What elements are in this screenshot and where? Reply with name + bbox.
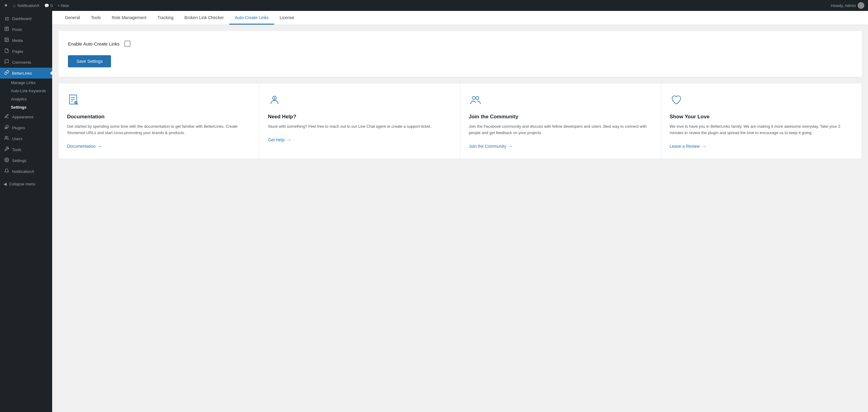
tab-broken-link-checker[interactable]: Broken Link Checker bbox=[179, 11, 229, 25]
tab-auto-create-links[interactable]: Auto-Create Links bbox=[229, 11, 274, 25]
help-title: Need Help? bbox=[268, 114, 451, 120]
doc-title: Documentation bbox=[67, 114, 250, 120]
home-icon: ⌂ bbox=[13, 3, 16, 8]
love-link[interactable]: Leave a Review → bbox=[670, 144, 853, 149]
community-title: Join the Community bbox=[469, 114, 652, 120]
doc-link-label: Documentation bbox=[67, 144, 96, 149]
submenu-analytics[interactable]: Analytics bbox=[0, 95, 52, 103]
main-content: General Tools Role Management Tracking B… bbox=[52, 11, 868, 412]
site-name[interactable]: ⌂ NotificationX bbox=[13, 3, 39, 8]
love-desc: We love to have you in BetterLinks famil… bbox=[670, 123, 853, 136]
help-arrow-icon: → bbox=[287, 137, 291, 143]
svg-point-9 bbox=[6, 159, 7, 160]
pages-icon bbox=[4, 48, 10, 54]
submenu-auto-link-keywords[interactable]: Auto-Link Keywords bbox=[0, 87, 52, 95]
community-desc: Join the Facebook community and discuss … bbox=[469, 123, 652, 136]
admin-sidebar: ⊟ Dashboard Posts Media Pages Comments bbox=[0, 11, 52, 412]
sidebar-label-appearance: Appearance bbox=[12, 115, 33, 119]
sidebar-item-settings[interactable]: Settings bbox=[0, 155, 52, 166]
help-desc: Stuck with something? Feel free to reach… bbox=[268, 123, 451, 130]
sidebar-label-users: Users bbox=[12, 137, 23, 141]
tab-tracking[interactable]: Tracking bbox=[152, 11, 179, 25]
howdy-text: Howdy, Admin bbox=[831, 3, 856, 8]
save-settings-button[interactable]: Save Settings bbox=[68, 55, 111, 67]
sidebar-item-pages[interactable]: Pages bbox=[0, 46, 52, 57]
sidebar-label-media: Media bbox=[12, 38, 23, 43]
card-documentation: Documentation Get started by spending so… bbox=[58, 83, 259, 159]
community-arrow-icon: → bbox=[508, 144, 513, 149]
info-cards-row: Documentation Get started by spending so… bbox=[58, 83, 862, 159]
comments-link[interactable]: 💬 0 bbox=[44, 3, 53, 8]
betterlinks-submenu: Manage Links Auto-Link Keywords Analytic… bbox=[0, 79, 52, 111]
submenu-settings[interactable]: Settings bbox=[0, 103, 52, 111]
sidebar-label-dashboard: Dashboard bbox=[12, 17, 32, 21]
love-arrow-icon: → bbox=[702, 144, 706, 149]
heart-icon bbox=[670, 93, 853, 108]
sidebar-item-tools[interactable]: Tools bbox=[0, 144, 52, 155]
comments-count: 0 bbox=[50, 3, 53, 8]
collapse-icon: ◀ bbox=[4, 182, 7, 186]
new-content-link[interactable]: + New bbox=[58, 3, 69, 8]
sidebar-label-pages: Pages bbox=[12, 49, 23, 54]
sidebar-item-users[interactable]: Users bbox=[0, 133, 52, 144]
enable-auto-create-checkbox[interactable] bbox=[124, 41, 130, 47]
dashboard-icon: ⊟ bbox=[4, 16, 10, 22]
collapse-label: Collapse menu bbox=[9, 182, 35, 186]
appearance-icon bbox=[4, 114, 10, 120]
sidebar-item-plugins[interactable]: Plugins bbox=[0, 122, 52, 133]
sidebar-label-comments: Comments bbox=[12, 60, 31, 65]
support-icon bbox=[268, 93, 451, 108]
svg-point-16 bbox=[274, 97, 275, 98]
sidebar-item-posts[interactable]: Posts bbox=[0, 24, 52, 35]
sidebar-item-dashboard[interactable]: ⊟ Dashboard bbox=[0, 13, 52, 24]
doc-icon bbox=[67, 93, 250, 108]
user-greeting: Howdy, Admin bbox=[831, 2, 864, 9]
card-show-love: Show Your Love We love to have you in Be… bbox=[661, 83, 862, 159]
users-icon bbox=[4, 136, 10, 142]
svg-point-18 bbox=[476, 96, 479, 99]
tab-role-management[interactable]: Role Management bbox=[106, 11, 152, 25]
love-link-label: Leave a Review bbox=[670, 144, 700, 149]
card-need-help: Need Help? Stuck with something? Feel fr… bbox=[259, 83, 460, 159]
collapse-menu-button[interactable]: ◀ Collapse menu bbox=[0, 179, 52, 189]
sidebar-item-notificationx[interactable]: NotificationX bbox=[0, 166, 52, 177]
active-arrow bbox=[50, 71, 53, 76]
community-link[interactable]: Join the Community → bbox=[469, 144, 652, 149]
new-label: New bbox=[61, 3, 69, 8]
sidebar-label-posts: Posts bbox=[12, 27, 22, 32]
user-avatar bbox=[858, 2, 864, 9]
sidebar-item-betterlinks[interactable]: BetterLinks bbox=[0, 68, 52, 79]
community-icon bbox=[469, 93, 652, 108]
doc-desc: Get started by spending some time with t… bbox=[67, 123, 250, 136]
submenu-manage-links[interactable]: Manage Links bbox=[0, 79, 52, 87]
enable-auto-create-row: Enable Auto-Create Links bbox=[68, 41, 852, 47]
comments-icon bbox=[4, 59, 10, 65]
help-link[interactable]: Get Help → bbox=[268, 137, 451, 143]
settings-tabs: General Tools Role Management Tracking B… bbox=[52, 11, 868, 25]
enable-auto-create-label: Enable Auto-Create Links bbox=[68, 41, 120, 47]
plus-icon: + bbox=[58, 3, 60, 8]
sidebar-label-tools: Tools bbox=[12, 147, 21, 152]
help-link-label: Get Help bbox=[268, 138, 284, 142]
love-title: Show Your Love bbox=[670, 114, 853, 120]
card-join-community: Join the Community Join the Facebook com… bbox=[460, 83, 661, 159]
sidebar-label-settings: Settings bbox=[12, 158, 26, 163]
svg-point-5 bbox=[6, 39, 6, 39]
tab-tools[interactable]: Tools bbox=[86, 11, 106, 25]
sidebar-item-media[interactable]: Media bbox=[0, 35, 52, 46]
sidebar-item-appearance[interactable]: Appearance bbox=[0, 111, 52, 122]
media-icon bbox=[4, 37, 10, 43]
settings-panel: Enable Auto-Create Links Save Settings bbox=[58, 31, 862, 77]
community-link-label: Join the Community bbox=[469, 144, 506, 149]
site-name-label: NotificationX bbox=[17, 3, 39, 8]
tools-icon bbox=[4, 147, 10, 153]
wp-logo-icon: ✦ bbox=[4, 2, 8, 9]
sidebar-item-comments[interactable]: Comments bbox=[0, 57, 52, 68]
doc-arrow-icon: → bbox=[97, 144, 102, 149]
doc-link[interactable]: Documentation → bbox=[67, 144, 250, 149]
tab-license[interactable]: License bbox=[274, 11, 300, 25]
settings-icon bbox=[4, 157, 10, 164]
betterlinks-icon bbox=[4, 70, 10, 76]
sidebar-label-plugins: Plugins bbox=[12, 126, 25, 130]
tab-general[interactable]: General bbox=[59, 11, 86, 25]
